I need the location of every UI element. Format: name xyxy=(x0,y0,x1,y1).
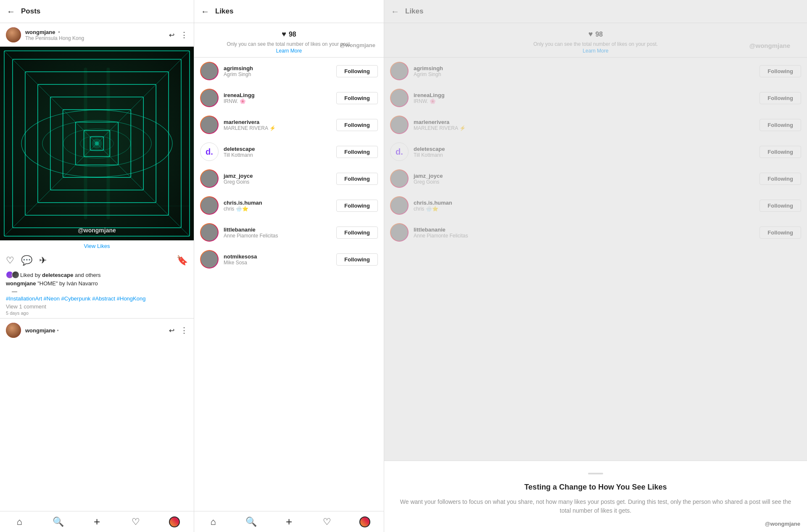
user-avatar[interactable] xyxy=(390,169,409,188)
following-button[interactable]: Following xyxy=(336,65,378,77)
nav-home-2[interactable]: ⌂ xyxy=(194,516,232,527)
user-avatar-wrap: d. xyxy=(200,142,219,161)
likes-change-modal: Testing a Change to How You See Likes We… xyxy=(384,461,807,532)
nav-search[interactable]: 🔍 xyxy=(39,516,77,527)
user-avatar[interactable] xyxy=(390,223,409,242)
following-button[interactable]: Following xyxy=(760,146,801,158)
following-button[interactable]: Following xyxy=(760,119,801,131)
second-post-avatar[interactable] xyxy=(6,323,21,338)
user-avatar[interactable]: d. xyxy=(200,142,219,161)
user-avatar[interactable]: d. xyxy=(390,142,409,161)
user-handle[interactable]: deletescape xyxy=(224,146,331,152)
user-handle[interactable]: ireneaLingg xyxy=(414,92,754,98)
user-handle[interactable]: notmikesosa xyxy=(224,253,331,260)
nav-home[interactable]: ⌂ xyxy=(0,516,39,527)
user-fullname: Greg Goins xyxy=(224,179,331,185)
svg-point-19 xyxy=(95,142,99,146)
following-button[interactable]: Following xyxy=(760,226,801,239)
list-item: jamz_joyce Greg Goins Following xyxy=(194,165,384,192)
profile-avatar-dot xyxy=(169,516,180,527)
nav-search-2[interactable]: 🔍 xyxy=(232,516,270,527)
following-button[interactable]: Following xyxy=(336,226,378,239)
second-reply-button[interactable]: ↩ xyxy=(169,327,174,334)
second-more-button[interactable]: ⋮ xyxy=(180,326,188,335)
user-handle[interactable]: littlebananie xyxy=(224,226,331,233)
reply-button[interactable]: ↩ xyxy=(169,31,174,39)
nav-heart-2[interactable]: ♡ xyxy=(308,516,346,527)
post-hashtags[interactable]: #InstallationArt #Neon #Cyberpunk #Abstr… xyxy=(6,295,188,302)
likes-overlay-back-button[interactable]: ← xyxy=(391,7,399,16)
user-avatar[interactable] xyxy=(200,62,219,80)
following-button[interactable]: Following xyxy=(336,119,378,131)
comment-button[interactable]: 💬 xyxy=(21,255,32,266)
view-likes-link[interactable]: View Likes xyxy=(0,240,194,252)
posts-back-button[interactable]: ← xyxy=(7,7,15,16)
user-avatar-wrap: d. xyxy=(390,142,409,161)
user-avatar[interactable] xyxy=(390,89,409,107)
following-button[interactable]: Following xyxy=(336,146,378,158)
user-avatar[interactable] xyxy=(390,196,409,215)
user-avatar[interactable] xyxy=(200,116,219,134)
avatar-inner xyxy=(391,90,408,106)
user-fullname: chris 🌧️⭐ xyxy=(414,206,754,212)
post-user-avatar[interactable] xyxy=(6,27,21,42)
post-username[interactable]: wongmjane • xyxy=(25,29,84,35)
user-handle[interactable]: deletescape xyxy=(414,146,754,152)
user-handle[interactable]: marlenerivera xyxy=(224,119,331,125)
like-button[interactable]: ♡ xyxy=(6,255,14,266)
user-handle[interactable]: marlenerivera xyxy=(414,119,754,125)
nav-add-2[interactable]: + xyxy=(270,515,308,528)
user-avatar-wrap xyxy=(390,169,409,188)
user-handle[interactable]: agrimsingh xyxy=(224,65,331,71)
user-avatar[interactable] xyxy=(390,62,409,80)
nav-profile[interactable] xyxy=(155,516,194,527)
likes-panel-active: ← Likes ♥ 98 Only you can see the total … xyxy=(194,0,384,532)
user-handle[interactable]: ireneaLingg xyxy=(224,92,331,98)
nav-add[interactable]: + xyxy=(77,515,116,528)
following-button[interactable]: Following xyxy=(336,92,378,104)
user-handle[interactable]: jamz_joyce xyxy=(224,173,331,179)
user-handle[interactable]: littlebananie xyxy=(414,226,754,233)
avatar-inner xyxy=(391,170,408,187)
post-user-header: wongmjane • The Peninsula Hong Kong ↩ ⋮ xyxy=(0,23,194,47)
learn-more-link-3[interactable]: Learn More xyxy=(384,48,807,54)
more-options-button[interactable]: ⋮ xyxy=(180,30,188,40)
second-post-icons: ↩ ⋮ xyxy=(169,326,188,335)
following-button[interactable]: Following xyxy=(760,200,801,212)
user-avatar[interactable] xyxy=(390,116,409,134)
user-avatar[interactable] xyxy=(200,196,219,215)
user-info: notmikesosa Mike Sosa xyxy=(224,253,331,266)
post-location: The Peninsula Hong Kong xyxy=(25,35,84,41)
share-button[interactable]: ✈ xyxy=(39,255,47,266)
following-button[interactable]: Following xyxy=(336,200,378,212)
following-button[interactable]: Following xyxy=(336,253,378,266)
user-avatar[interactable] xyxy=(200,89,219,107)
liked-by-avatar-2 xyxy=(12,271,19,279)
view-comments-link[interactable]: View 1 comment xyxy=(6,303,188,310)
user-info: littlebananie Anne Piamonte Felicitas xyxy=(414,226,754,239)
learn-more-link[interactable]: Learn More xyxy=(194,48,384,54)
user-handle[interactable]: chris.is.human xyxy=(224,200,331,206)
user-info: marlenerivera MARLENE RIVERA ⚡ xyxy=(414,119,754,131)
list-item: notmikesosa Mike Sosa Following xyxy=(194,246,384,273)
nav-profile-2[interactable] xyxy=(346,516,384,527)
user-handle[interactable]: agrimsingh xyxy=(414,65,754,71)
modal-drag-handle xyxy=(588,473,603,474)
following-button[interactable]: Following xyxy=(760,92,801,104)
following-button[interactable]: Following xyxy=(760,65,801,77)
user-fullname: MARLENE RIVERA ⚡ xyxy=(224,125,331,131)
user-avatar[interactable] xyxy=(200,169,219,188)
following-button[interactable]: Following xyxy=(760,173,801,185)
likes-back-button[interactable]: ← xyxy=(201,7,209,16)
user-avatar[interactable] xyxy=(200,223,219,242)
user-avatar[interactable] xyxy=(200,250,219,269)
user-handle[interactable]: jamz_joyce xyxy=(414,173,754,179)
user-avatar-wrap xyxy=(200,250,219,269)
following-button[interactable]: Following xyxy=(336,173,378,185)
heart-icon: ♥ xyxy=(282,30,286,39)
save-button[interactable]: 🔖 xyxy=(177,255,188,266)
second-post-username[interactable]: wongmjane • xyxy=(25,327,59,334)
user-handle[interactable]: chris.is.human xyxy=(414,200,754,206)
nav-heart[interactable]: ♡ xyxy=(116,516,155,527)
second-post-user-info: wongmjane • xyxy=(25,327,59,334)
